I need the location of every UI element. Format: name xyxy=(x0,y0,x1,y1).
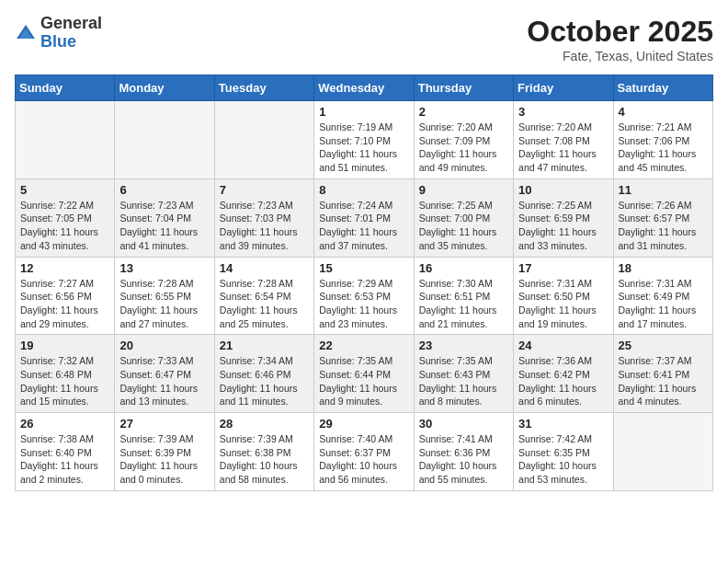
weekday-header-tuesday: Tuesday xyxy=(214,75,313,101)
weekday-header-thursday: Thursday xyxy=(414,75,513,101)
calendar-cell: 30Sunrise: 7:41 AMSunset: 6:36 PMDayligh… xyxy=(414,413,513,491)
day-number: 12 xyxy=(20,261,109,275)
day-number: 13 xyxy=(119,261,209,275)
calendar-cell: 15Sunrise: 7:29 AMSunset: 6:53 PMDayligh… xyxy=(314,257,414,335)
day-number: 9 xyxy=(419,183,508,197)
day-number: 23 xyxy=(419,339,508,352)
calendar-cell: 22Sunrise: 7:35 AMSunset: 6:44 PMDayligh… xyxy=(314,335,414,413)
day-info: Sunrise: 7:23 AMSunset: 7:03 PMDaylight:… xyxy=(220,199,309,253)
logo-general: General xyxy=(40,15,102,33)
day-number: 3 xyxy=(518,105,608,119)
calendar-cell: 21Sunrise: 7:34 AMSunset: 6:46 PMDayligh… xyxy=(214,335,313,413)
day-number: 11 xyxy=(619,183,708,197)
calendar-cell: 17Sunrise: 7:31 AMSunset: 6:50 PMDayligh… xyxy=(514,257,613,335)
page-header: General Blue October 2025 Fate, Texas, U… xyxy=(15,15,713,63)
calendar-cell: 5Sunrise: 7:22 AMSunset: 7:05 PMDaylight… xyxy=(16,178,115,257)
title-block: October 2025 Fate, Texas, United States xyxy=(527,15,713,63)
day-number: 10 xyxy=(518,183,608,197)
day-number: 4 xyxy=(619,105,708,119)
day-info: Sunrise: 7:28 AMSunset: 6:55 PMDaylight:… xyxy=(119,277,209,331)
day-info: Sunrise: 7:37 AMSunset: 6:41 PMDaylight:… xyxy=(619,354,708,408)
calendar-cell: 13Sunrise: 7:28 AMSunset: 6:55 PMDayligh… xyxy=(115,257,214,335)
day-info: Sunrise: 7:40 AMSunset: 6:37 PMDaylight:… xyxy=(319,432,408,487)
calendar-cell: 14Sunrise: 7:28 AMSunset: 6:54 PMDayligh… xyxy=(214,257,313,335)
calendar-cell xyxy=(115,101,214,179)
calendar-cell: 2Sunrise: 7:20 AMSunset: 7:09 PMDaylight… xyxy=(414,101,513,179)
day-info: Sunrise: 7:39 AMSunset: 6:39 PMDaylight:… xyxy=(119,432,209,487)
day-info: Sunrise: 7:30 AMSunset: 6:51 PMDaylight:… xyxy=(419,277,508,331)
calendar-cell: 1Sunrise: 7:19 AMSunset: 7:10 PMDaylight… xyxy=(314,101,414,179)
day-number: 14 xyxy=(220,261,309,275)
day-info: Sunrise: 7:21 AMSunset: 7:06 PMDaylight:… xyxy=(619,121,708,175)
calendar-cell: 4Sunrise: 7:21 AMSunset: 7:06 PMDaylight… xyxy=(613,101,712,179)
logo-text: General Blue xyxy=(40,15,102,52)
calendar-cell: 23Sunrise: 7:35 AMSunset: 6:43 PMDayligh… xyxy=(414,335,513,413)
day-number: 19 xyxy=(20,339,109,352)
calendar-cell: 18Sunrise: 7:31 AMSunset: 6:49 PMDayligh… xyxy=(613,257,712,335)
calendar-cell: 12Sunrise: 7:27 AMSunset: 6:56 PMDayligh… xyxy=(16,257,115,335)
weekday-header-friday: Friday xyxy=(514,75,613,101)
calendar-week-row: 5Sunrise: 7:22 AMSunset: 7:05 PMDaylight… xyxy=(16,178,713,257)
day-info: Sunrise: 7:27 AMSunset: 6:56 PMDaylight:… xyxy=(20,277,109,331)
day-info: Sunrise: 7:25 AMSunset: 7:00 PMDaylight:… xyxy=(419,199,508,253)
logo: General Blue xyxy=(15,15,102,52)
calendar-cell: 16Sunrise: 7:30 AMSunset: 6:51 PMDayligh… xyxy=(414,257,513,335)
day-number: 20 xyxy=(119,339,209,352)
calendar-cell: 19Sunrise: 7:32 AMSunset: 6:48 PMDayligh… xyxy=(16,335,115,413)
day-number: 1 xyxy=(319,105,408,119)
day-number: 25 xyxy=(619,339,708,352)
day-number: 29 xyxy=(319,417,408,431)
day-info: Sunrise: 7:35 AMSunset: 6:43 PMDaylight:… xyxy=(419,354,508,408)
day-info: Sunrise: 7:31 AMSunset: 6:50 PMDaylight:… xyxy=(518,277,608,331)
weekday-header-row: SundayMondayTuesdayWednesdayThursdayFrid… xyxy=(16,75,713,101)
weekday-header-monday: Monday xyxy=(115,75,214,101)
day-info: Sunrise: 7:25 AMSunset: 6:59 PMDaylight:… xyxy=(518,199,608,253)
calendar-cell xyxy=(613,413,712,491)
day-number: 5 xyxy=(20,183,109,197)
calendar-cell xyxy=(214,101,313,179)
calendar-cell: 26Sunrise: 7:38 AMSunset: 6:40 PMDayligh… xyxy=(16,413,115,491)
calendar-cell: 10Sunrise: 7:25 AMSunset: 6:59 PMDayligh… xyxy=(514,178,613,257)
weekday-header-sunday: Sunday xyxy=(16,75,115,101)
day-info: Sunrise: 7:36 AMSunset: 6:42 PMDaylight:… xyxy=(518,354,608,408)
day-number: 8 xyxy=(319,183,408,197)
calendar-cell: 7Sunrise: 7:23 AMSunset: 7:03 PMDaylight… xyxy=(214,178,313,257)
calendar-cell: 27Sunrise: 7:39 AMSunset: 6:39 PMDayligh… xyxy=(115,413,214,491)
weekday-header-wednesday: Wednesday xyxy=(314,75,414,101)
day-number: 7 xyxy=(220,183,309,197)
day-number: 22 xyxy=(319,339,408,352)
logo-blue: Blue xyxy=(40,33,102,52)
weekday-header-saturday: Saturday xyxy=(613,75,712,101)
calendar-cell: 9Sunrise: 7:25 AMSunset: 7:00 PMDaylight… xyxy=(414,178,513,257)
day-info: Sunrise: 7:31 AMSunset: 6:49 PMDaylight:… xyxy=(619,277,708,331)
day-number: 27 xyxy=(119,417,209,431)
day-number: 28 xyxy=(220,417,309,431)
day-number: 6 xyxy=(119,183,209,197)
calendar-cell: 6Sunrise: 7:23 AMSunset: 7:04 PMDaylight… xyxy=(115,178,214,257)
day-number: 18 xyxy=(619,261,708,275)
day-info: Sunrise: 7:35 AMSunset: 6:44 PMDaylight:… xyxy=(319,354,408,408)
calendar-cell: 8Sunrise: 7:24 AMSunset: 7:01 PMDaylight… xyxy=(314,178,414,257)
calendar-week-row: 12Sunrise: 7:27 AMSunset: 6:56 PMDayligh… xyxy=(16,257,713,335)
calendar-week-row: 26Sunrise: 7:38 AMSunset: 6:40 PMDayligh… xyxy=(16,413,713,491)
day-info: Sunrise: 7:34 AMSunset: 6:46 PMDaylight:… xyxy=(220,354,309,408)
day-info: Sunrise: 7:38 AMSunset: 6:40 PMDaylight:… xyxy=(20,432,109,487)
day-info: Sunrise: 7:28 AMSunset: 6:54 PMDaylight:… xyxy=(220,277,309,331)
calendar-cell: 11Sunrise: 7:26 AMSunset: 6:57 PMDayligh… xyxy=(613,178,712,257)
calendar-cell: 24Sunrise: 7:36 AMSunset: 6:42 PMDayligh… xyxy=(514,335,613,413)
day-info: Sunrise: 7:24 AMSunset: 7:01 PMDaylight:… xyxy=(319,199,408,253)
day-info: Sunrise: 7:19 AMSunset: 7:10 PMDaylight:… xyxy=(319,121,408,175)
calendar-cell: 31Sunrise: 7:42 AMSunset: 6:35 PMDayligh… xyxy=(514,413,613,491)
calendar-cell: 3Sunrise: 7:20 AMSunset: 7:08 PMDaylight… xyxy=(514,101,613,179)
calendar-cell xyxy=(16,101,115,179)
calendar-cell: 20Sunrise: 7:33 AMSunset: 6:47 PMDayligh… xyxy=(115,335,214,413)
day-number: 15 xyxy=(319,261,408,275)
day-info: Sunrise: 7:29 AMSunset: 6:53 PMDaylight:… xyxy=(319,277,408,331)
month-title: October 2025 xyxy=(527,15,713,49)
day-number: 21 xyxy=(220,339,309,352)
calendar-week-row: 19Sunrise: 7:32 AMSunset: 6:48 PMDayligh… xyxy=(16,335,713,413)
day-number: 16 xyxy=(419,261,508,275)
day-info: Sunrise: 7:20 AMSunset: 7:08 PMDaylight:… xyxy=(518,121,608,175)
day-info: Sunrise: 7:20 AMSunset: 7:09 PMDaylight:… xyxy=(419,121,508,175)
day-number: 2 xyxy=(419,105,508,119)
